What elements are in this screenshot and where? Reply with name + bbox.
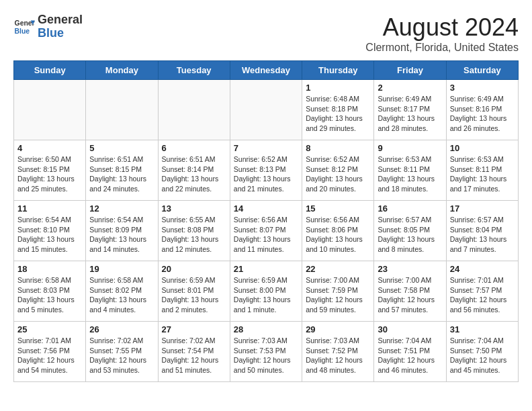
calendar-cell: 17Sunrise: 6:57 AM Sunset: 8:04 PM Dayli… bbox=[446, 201, 518, 261]
calendar-cell: 10Sunrise: 6:53 AM Sunset: 8:11 PM Dayli… bbox=[446, 140, 518, 201]
day-number: 23 bbox=[378, 264, 442, 274]
day-number: 28 bbox=[234, 324, 298, 334]
calendar-cell: 21Sunrise: 6:59 AM Sunset: 8:00 PM Dayli… bbox=[230, 261, 302, 322]
day-info: Sunrise: 6:58 AM Sunset: 8:03 PM Dayligh… bbox=[17, 275, 82, 315]
day-number: 10 bbox=[450, 143, 515, 153]
day-info: Sunrise: 6:53 AM Sunset: 8:11 PM Dayligh… bbox=[450, 154, 515, 194]
calendar-cell: 31Sunrise: 7:04 AM Sunset: 7:50 PM Dayli… bbox=[446, 322, 518, 382]
day-number: 30 bbox=[378, 324, 442, 334]
day-info: Sunrise: 7:01 AM Sunset: 7:57 PM Dayligh… bbox=[450, 275, 515, 315]
day-number: 21 bbox=[234, 264, 298, 274]
calendar-cell: 9Sunrise: 6:53 AM Sunset: 8:11 PM Daylig… bbox=[374, 140, 446, 201]
week-row-2: 4Sunrise: 6:50 AM Sunset: 8:15 PM Daylig… bbox=[14, 140, 519, 201]
weekday-header-tuesday: Tuesday bbox=[158, 61, 230, 80]
calendar-cell: 28Sunrise: 7:03 AM Sunset: 7:53 PM Dayli… bbox=[230, 322, 302, 382]
weekday-header-wednesday: Wednesday bbox=[230, 61, 302, 80]
day-number: 1 bbox=[306, 83, 370, 93]
calendar-cell: 12Sunrise: 6:54 AM Sunset: 8:09 PM Dayli… bbox=[86, 201, 158, 261]
svg-text:Blue: Blue bbox=[15, 27, 30, 34]
day-info: Sunrise: 6:54 AM Sunset: 8:10 PM Dayligh… bbox=[17, 215, 82, 255]
location-subtitle: Clermont, Florida, United States bbox=[365, 42, 519, 54]
weekday-header-monday: Monday bbox=[86, 61, 158, 80]
day-info: Sunrise: 6:54 AM Sunset: 8:09 PM Dayligh… bbox=[89, 215, 154, 255]
day-number: 7 bbox=[234, 143, 298, 153]
day-info: Sunrise: 7:04 AM Sunset: 7:51 PM Dayligh… bbox=[378, 336, 442, 375]
day-number: 11 bbox=[17, 203, 82, 214]
calendar-table: SundayMondayTuesdayWednesdayThursdayFrid… bbox=[13, 60, 519, 382]
calendar-cell bbox=[14, 80, 86, 140]
day-info: Sunrise: 7:03 AM Sunset: 7:52 PM Dayligh… bbox=[306, 336, 370, 375]
calendar-cell bbox=[86, 80, 158, 140]
day-info: Sunrise: 6:48 AM Sunset: 8:18 PM Dayligh… bbox=[306, 94, 370, 134]
day-number: 4 bbox=[17, 143, 82, 153]
day-info: Sunrise: 6:57 AM Sunset: 8:04 PM Dayligh… bbox=[450, 215, 515, 255]
day-info: Sunrise: 7:00 AM Sunset: 7:59 PM Dayligh… bbox=[306, 275, 370, 315]
day-number: 6 bbox=[162, 143, 226, 153]
month-title: August 2024 bbox=[365, 13, 519, 42]
day-info: Sunrise: 7:02 AM Sunset: 7:55 PM Dayligh… bbox=[89, 336, 154, 375]
day-number: 3 bbox=[450, 83, 515, 93]
day-info: Sunrise: 6:56 AM Sunset: 8:06 PM Dayligh… bbox=[306, 215, 370, 255]
day-number: 22 bbox=[306, 264, 370, 274]
day-number: 24 bbox=[450, 264, 515, 274]
calendar-cell: 26Sunrise: 7:02 AM Sunset: 7:55 PM Dayli… bbox=[86, 322, 158, 382]
day-info: Sunrise: 6:49 AM Sunset: 8:16 PM Dayligh… bbox=[450, 94, 515, 134]
day-number: 17 bbox=[450, 203, 515, 214]
calendar-cell: 1Sunrise: 6:48 AM Sunset: 8:18 PM Daylig… bbox=[302, 80, 374, 140]
title-section: August 2024 Clermont, Florida, United St… bbox=[365, 13, 519, 54]
weekday-header-saturday: Saturday bbox=[446, 61, 518, 80]
calendar-cell: 13Sunrise: 6:55 AM Sunset: 8:08 PM Dayli… bbox=[158, 201, 230, 261]
calendar-cell: 24Sunrise: 7:01 AM Sunset: 7:57 PM Dayli… bbox=[446, 261, 518, 322]
day-number: 16 bbox=[378, 203, 442, 214]
calendar-cell bbox=[158, 80, 230, 140]
day-number: 25 bbox=[17, 324, 82, 334]
day-info: Sunrise: 6:57 AM Sunset: 8:05 PM Dayligh… bbox=[378, 215, 442, 255]
logo-general-text: General bbox=[38, 13, 83, 26]
calendar-cell: 27Sunrise: 7:02 AM Sunset: 7:54 PM Dayli… bbox=[158, 322, 230, 382]
calendar-cell: 2Sunrise: 6:49 AM Sunset: 8:17 PM Daylig… bbox=[374, 80, 446, 140]
calendar-cell: 25Sunrise: 7:01 AM Sunset: 7:56 PM Dayli… bbox=[14, 322, 86, 382]
day-number: 26 bbox=[89, 324, 154, 334]
calendar-cell: 20Sunrise: 6:59 AM Sunset: 8:01 PM Dayli… bbox=[158, 261, 230, 322]
day-info: Sunrise: 6:59 AM Sunset: 8:00 PM Dayligh… bbox=[234, 275, 298, 315]
calendar-cell: 4Sunrise: 6:50 AM Sunset: 8:15 PM Daylig… bbox=[14, 140, 86, 201]
calendar-cell: 11Sunrise: 6:54 AM Sunset: 8:10 PM Dayli… bbox=[14, 201, 86, 261]
calendar-cell: 5Sunrise: 6:51 AM Sunset: 8:15 PM Daylig… bbox=[86, 140, 158, 201]
calendar-cell: 29Sunrise: 7:03 AM Sunset: 7:52 PM Dayli… bbox=[302, 322, 374, 382]
logo-icon: General Blue bbox=[13, 16, 35, 38]
weekday-header-thursday: Thursday bbox=[302, 61, 374, 80]
day-info: Sunrise: 6:58 AM Sunset: 8:02 PM Dayligh… bbox=[89, 275, 154, 315]
day-number: 12 bbox=[89, 203, 154, 214]
page-header: General Blue General Blue August 2024 Cl… bbox=[13, 13, 519, 54]
weekday-header-row: SundayMondayTuesdayWednesdayThursdayFrid… bbox=[14, 61, 519, 80]
day-info: Sunrise: 6:51 AM Sunset: 8:15 PM Dayligh… bbox=[89, 154, 154, 194]
day-info: Sunrise: 6:56 AM Sunset: 8:07 PM Dayligh… bbox=[234, 215, 298, 255]
day-info: Sunrise: 6:49 AM Sunset: 8:17 PM Dayligh… bbox=[378, 94, 442, 134]
calendar-cell bbox=[230, 80, 302, 140]
day-number: 27 bbox=[162, 324, 226, 334]
day-info: Sunrise: 7:03 AM Sunset: 7:53 PM Dayligh… bbox=[234, 336, 298, 375]
calendar-cell: 7Sunrise: 6:52 AM Sunset: 8:13 PM Daylig… bbox=[230, 140, 302, 201]
calendar-cell: 15Sunrise: 6:56 AM Sunset: 8:06 PM Dayli… bbox=[302, 201, 374, 261]
calendar-cell: 22Sunrise: 7:00 AM Sunset: 7:59 PM Dayli… bbox=[302, 261, 374, 322]
day-number: 2 bbox=[378, 83, 442, 93]
calendar-cell: 3Sunrise: 6:49 AM Sunset: 8:16 PM Daylig… bbox=[446, 80, 518, 140]
day-info: Sunrise: 6:55 AM Sunset: 8:08 PM Dayligh… bbox=[162, 215, 226, 255]
day-info: Sunrise: 6:50 AM Sunset: 8:15 PM Dayligh… bbox=[17, 154, 82, 194]
day-info: Sunrise: 6:52 AM Sunset: 8:12 PM Dayligh… bbox=[306, 154, 370, 194]
calendar-cell: 23Sunrise: 7:00 AM Sunset: 7:58 PM Dayli… bbox=[374, 261, 446, 322]
calendar-cell: 18Sunrise: 6:58 AM Sunset: 8:03 PM Dayli… bbox=[14, 261, 86, 322]
day-info: Sunrise: 6:51 AM Sunset: 8:14 PM Dayligh… bbox=[162, 154, 226, 194]
day-number: 5 bbox=[89, 143, 154, 153]
day-number: 18 bbox=[17, 264, 82, 274]
week-row-3: 11Sunrise: 6:54 AM Sunset: 8:10 PM Dayli… bbox=[14, 201, 519, 261]
day-info: Sunrise: 7:02 AM Sunset: 7:54 PM Dayligh… bbox=[162, 336, 226, 375]
day-info: Sunrise: 6:52 AM Sunset: 8:13 PM Dayligh… bbox=[234, 154, 298, 194]
calendar-cell: 16Sunrise: 6:57 AM Sunset: 8:05 PM Dayli… bbox=[374, 201, 446, 261]
day-info: Sunrise: 6:59 AM Sunset: 8:01 PM Dayligh… bbox=[162, 275, 226, 315]
day-number: 15 bbox=[306, 203, 370, 214]
calendar-cell: 14Sunrise: 6:56 AM Sunset: 8:07 PM Dayli… bbox=[230, 201, 302, 261]
weekday-header-friday: Friday bbox=[374, 61, 446, 80]
day-number: 31 bbox=[450, 324, 515, 334]
day-info: Sunrise: 6:53 AM Sunset: 8:11 PM Dayligh… bbox=[378, 154, 442, 194]
